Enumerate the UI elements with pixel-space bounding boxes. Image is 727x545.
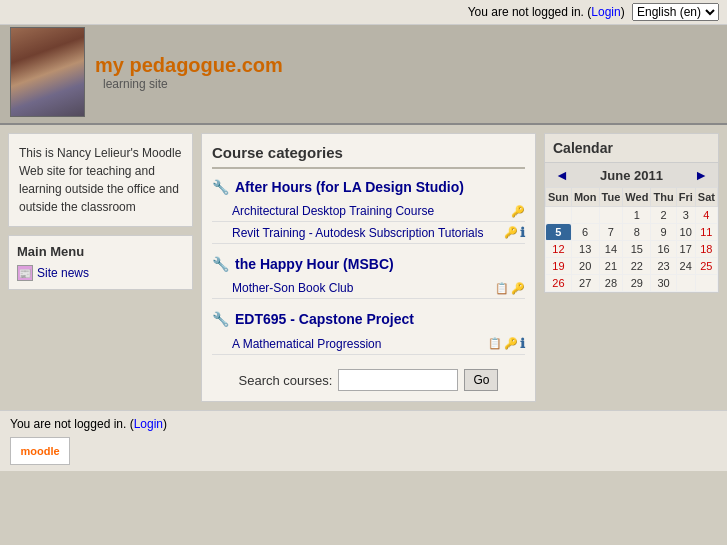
category-edt695: 🔧 EDT695 - Capstone Project A Mathematic…: [212, 311, 525, 355]
category-title-happy-hour: 🔧 the Happy Hour (MSBC): [212, 256, 525, 272]
calendar-day-cell[interactable]: 13: [571, 241, 599, 258]
main-menu-item[interactable]: 📰 Site news: [17, 265, 184, 281]
calendar-day-cell[interactable]: 28: [599, 275, 623, 292]
course-icons-adt: 🔑: [511, 205, 525, 218]
course-item-msbc: Mother-Son Book Club 📋 🔑: [212, 278, 525, 299]
calendar-prev-button[interactable]: ◄: [551, 167, 573, 183]
cal-th-thu: Thu: [651, 188, 676, 207]
category-link-after-hours[interactable]: After Hours (for LA Design Studio): [235, 179, 464, 195]
calendar-day-cell[interactable]: 29: [623, 275, 651, 292]
calendar-day-cell[interactable]: 25: [695, 258, 717, 275]
cal-th-sat: Sat: [695, 188, 717, 207]
site-news-link[interactable]: Site news: [37, 266, 89, 280]
calendar-day-cell[interactable]: 9: [651, 224, 676, 241]
calendar-day-cell[interactable]: 2: [651, 207, 676, 224]
site-subtitle: learning site: [103, 77, 283, 91]
calendar-day-cell[interactable]: 11: [695, 224, 717, 241]
calendar-day-cell[interactable]: 6: [571, 224, 599, 241]
course-link-msbc[interactable]: Mother-Son Book Club: [232, 281, 495, 295]
calendar-day-cell[interactable]: 10: [676, 224, 695, 241]
calendar-day-cell[interactable]: 5: [546, 224, 572, 241]
calendar-next-button[interactable]: ►: [690, 167, 712, 183]
calendar-day-cell[interactable]: 8: [623, 224, 651, 241]
key-icon-revit: 🔑: [504, 226, 518, 239]
calendar-day-cell[interactable]: 23: [651, 258, 676, 275]
category-icon-edt695: 🔧: [212, 311, 229, 327]
logo-area: my pedagogue.com learning site: [10, 27, 283, 117]
category-link-happy-hour[interactable]: the Happy Hour (MSBC): [235, 256, 394, 272]
calendar-day-cell[interactable]: 18: [695, 241, 717, 258]
calendar-day-cell: [695, 275, 717, 292]
right-calendar: Calendar ◄ June 2011 ► Sun Mon Tue Wed T…: [544, 133, 719, 402]
calendar-day-cell[interactable]: 24: [676, 258, 695, 275]
category-title-after-hours: 🔧 After Hours (for LA Design Studio): [212, 179, 525, 195]
site-name-suffix: com: [242, 54, 283, 76]
login-link-top[interactable]: Login: [591, 5, 620, 19]
search-label: Search courses:: [239, 373, 333, 388]
calendar-day-cell[interactable]: 15: [623, 241, 651, 258]
course-item-adt: Architectural Desktop Training Course 🔑: [212, 201, 525, 222]
calendar-day-cell[interactable]: 12: [546, 241, 572, 258]
calendar-header-title: Calendar: [545, 134, 718, 163]
search-button[interactable]: Go: [464, 369, 498, 391]
course-item-revit: Revit Training - Autodesk Subscription T…: [212, 222, 525, 244]
guest-icon-math: 📋: [488, 337, 502, 350]
calendar-week-row: 1234: [546, 207, 718, 224]
calendar-day-cell[interactable]: 19: [546, 258, 572, 275]
calendar-day-cell[interactable]: 7: [599, 224, 623, 241]
course-link-math[interactable]: A Mathematical Progression: [232, 337, 488, 351]
calendar-day-cell[interactable]: 14: [599, 241, 623, 258]
calendar-day-cell: [546, 207, 572, 224]
info-icon-revit[interactable]: ℹ: [520, 225, 525, 240]
calendar-nav: ◄ June 2011 ►: [545, 163, 718, 187]
login-link-footer[interactable]: Login: [134, 417, 163, 431]
moodle-logo: moodle: [10, 437, 717, 465]
calendar-day-cell[interactable]: 30: [651, 275, 676, 292]
moodle-text: moodle: [20, 445, 59, 457]
course-link-revit[interactable]: Revit Training - Autodesk Subscription T…: [232, 226, 504, 240]
cal-th-fri: Fri: [676, 188, 695, 207]
cal-th-tue: Tue: [599, 188, 623, 207]
avatar: [10, 27, 85, 117]
course-icons-revit: 🔑 ℹ: [504, 225, 525, 240]
category-title-edt695: 🔧 EDT695 - Capstone Project: [212, 311, 525, 327]
calendar-day-cell[interactable]: 21: [599, 258, 623, 275]
key-icon-msbc: 🔑: [511, 282, 525, 295]
course-item-math: A Mathematical Progression 📋 🔑 ℹ: [212, 333, 525, 355]
site-description: This is Nancy Lelieur's Moodle Web site …: [8, 133, 193, 227]
key-icon-adt: 🔑: [511, 205, 525, 218]
cal-th-mon: Mon: [571, 188, 599, 207]
calendar-day-cell[interactable]: 1: [623, 207, 651, 224]
course-link-adt[interactable]: Architectural Desktop Training Course: [232, 204, 511, 218]
footer: You are not logged in. (Login) moodle: [0, 410, 727, 471]
course-icons-msbc: 📋 🔑: [495, 282, 525, 295]
language-selector[interactable]: English (en): [632, 3, 719, 21]
calendar-week-row: 12131415161718: [546, 241, 718, 258]
calendar-day-cell[interactable]: 22: [623, 258, 651, 275]
calendar-week-row: 19202122232425: [546, 258, 718, 275]
calendar-day-cell: [571, 207, 599, 224]
search-input[interactable]: [338, 369, 458, 391]
calendar-day-cell[interactable]: 4: [695, 207, 717, 224]
calendar-day-cell[interactable]: 16: [651, 241, 676, 258]
cal-th-sun: Sun: [546, 188, 572, 207]
calendar-month-year: June 2011: [573, 168, 690, 183]
course-categories-panel: Course categories 🔧 After Hours (for LA …: [201, 133, 536, 402]
category-link-edt695[interactable]: EDT695 - Capstone Project: [235, 311, 414, 327]
course-categories-title: Course categories: [212, 144, 525, 169]
main-menu-title: Main Menu: [17, 244, 184, 259]
calendar-day-cell[interactable]: 3: [676, 207, 695, 224]
calendar-day-cell[interactable]: 17: [676, 241, 695, 258]
info-icon-math[interactable]: ℹ: [520, 336, 525, 351]
category-icon-happy-hour: 🔧: [212, 256, 229, 272]
calendar-day-cell: [676, 275, 695, 292]
category-happy-hour: 🔧 the Happy Hour (MSBC) Mother-Son Book …: [212, 256, 525, 299]
calendar-day-cell[interactable]: 27: [571, 275, 599, 292]
moodle-logo-box: moodle: [10, 437, 70, 465]
main-layout: This is Nancy Lelieur's Moodle Web site …: [0, 125, 727, 410]
calendar-day-cell[interactable]: 26: [546, 275, 572, 292]
site-name: my pedagogue.com: [95, 54, 283, 77]
calendar-table: Sun Mon Tue Wed Thu Fri Sat 123456789101…: [545, 187, 718, 292]
calendar-day-cell[interactable]: 20: [571, 258, 599, 275]
cal-th-wed: Wed: [623, 188, 651, 207]
